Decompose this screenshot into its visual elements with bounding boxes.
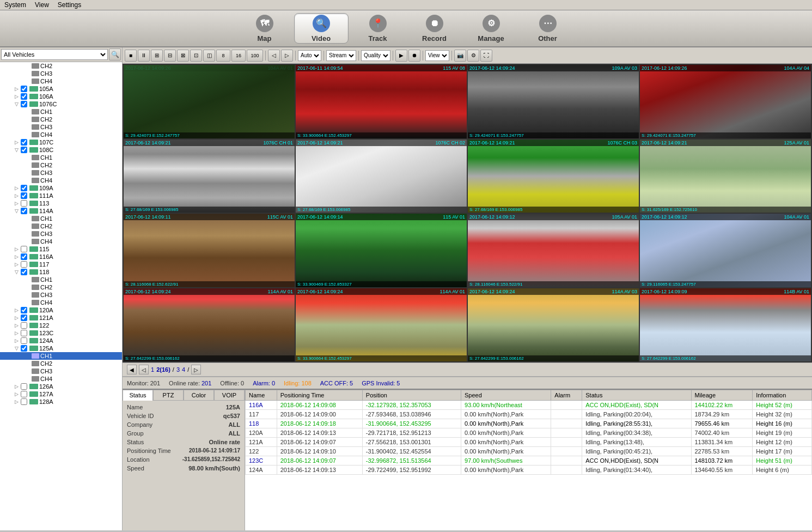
table-row[interactable]: 123C 2018-06-12 14:09:07 -32.996872, 151… — [246, 456, 812, 466]
page-prev-arrow[interactable]: ◁ — [139, 365, 149, 374]
tree-item-127a[interactable]: ▷ 127A — [0, 390, 122, 398]
tree-item-ch1-108[interactable]: CH1 — [0, 154, 122, 161]
expand-icon[interactable]: ▷ — [13, 253, 20, 260]
expand-icon[interactable]: ▷ — [13, 246, 20, 252]
expand-icon[interactable]: ▷ — [13, 93, 20, 100]
expand-icon[interactable]: ▷ — [13, 261, 20, 268]
tree-item-ch1-114[interactable]: CH1 — [0, 215, 122, 222]
tree-item-124a[interactable]: ▷ 124A — [0, 337, 122, 344]
tb-next-button[interactable]: ▷ — [281, 50, 293, 62]
tree-item-111a[interactable]: ▷ 111A — [0, 192, 122, 200]
tree-item-ch4-top[interactable]: CH4 — [0, 77, 122, 85]
tree-item-ch2-108[interactable]: CH2 — [0, 161, 122, 169]
vehicle-checkbox-128a[interactable] — [21, 398, 27, 405]
vehicle-checkbox-125a[interactable] — [21, 345, 27, 352]
vehicle-checkbox-105a[interactable] — [21, 86, 27, 92]
tb-stop-button[interactable]: ■ — [125, 50, 137, 62]
expand-icon[interactable]: ▽ — [13, 269, 20, 275]
video-cell-11[interactable]: 2017-06-12 14:09:12 105A AV 01 S: 28.116… — [468, 214, 639, 287]
tree-item-ch2-1076[interactable]: CH2 — [0, 116, 122, 123]
table-row[interactable]: 124A 2018-06-12 14:09:13 -29.722499, 152… — [246, 466, 812, 475]
tb-prev-button[interactable]: ◁ — [268, 50, 280, 62]
expand-icon[interactable]: ▽ — [13, 147, 20, 153]
tb-grid3-button[interactable]: ⊠ — [177, 50, 189, 62]
tree-item-ch3-108[interactable]: CH3 — [0, 169, 122, 177]
tree-item-ch4-1076[interactable]: CH4 — [0, 131, 122, 138]
tb-record-button[interactable]: ⏺ — [408, 50, 420, 62]
nav-record-button[interactable]: ⏺ Record — [407, 13, 462, 44]
expand-icon[interactable]: ▽ — [13, 208, 20, 214]
expand-icon[interactable]: ▷ — [13, 322, 20, 329]
tree-item-ch4-108[interactable]: CH4 — [0, 177, 122, 184]
table-row[interactable]: 122 2018-06-12 14:09:10 -31.900402, 152.… — [246, 447, 812, 456]
video-cell-7[interactable]: 2017-06-12 14:09:21 1076C CH 03 S: 27.68… — [468, 140, 639, 213]
nav-map-button[interactable]: 🗺 Map — [237, 13, 292, 44]
table-row[interactable]: 116A 2018-06-12 14:09:08 -32.127928, 152… — [246, 401, 812, 410]
table-row[interactable]: 121A 2018-06-12 14:09:07 -27.556218, 153… — [246, 438, 812, 447]
tree-item-105a[interactable]: ▷ 105A — [0, 85, 122, 93]
vehicle-checkbox-118[interactable] — [21, 269, 27, 275]
vehicle-checkbox-126a[interactable] — [21, 383, 27, 390]
tree-item-125a[interactable]: ▽ 125A — [0, 344, 122, 352]
table-row[interactable]: 117 2018-06-12 14:09:00 -27.593468, 153.… — [246, 410, 812, 419]
vehicle-checkbox-1076c[interactable] — [21, 101, 27, 107]
tree-item-123c[interactable]: ▷ 123C — [0, 329, 122, 337]
tab-voip[interactable]: VOIP — [214, 390, 245, 401]
table-row[interactable]: 120A 2018-06-12 14:09:13 -29.721718, 152… — [246, 428, 812, 438]
tree-item-117[interactable]: ▷ 117 — [0, 261, 122, 268]
tree-item-ch3-125[interactable]: CH3 — [0, 367, 122, 375]
video-cell-3[interactable]: 2017-06-12 14:09:24 109A AV 03 S: 29.424… — [468, 65, 639, 138]
menu-system[interactable]: System — [4, 1, 26, 9]
tree-item-ch2-top[interactable]: CH2 — [0, 62, 122, 70]
vehicle-checkbox-122[interactable] — [21, 322, 27, 329]
tree-item-ch1-118[interactable]: CH1 — [0, 276, 122, 283]
tb-grid1-button[interactable]: ⊞ — [151, 50, 163, 62]
tree-item-126a[interactable]: ▷ 126A — [0, 383, 122, 390]
tree-item-118[interactable]: ▽ 118 — [0, 268, 122, 276]
vehicle-checkbox-124a[interactable] — [21, 337, 27, 344]
tb-stream-select[interactable]: Stream — [326, 50, 356, 61]
expand-icon[interactable]: ▷ — [13, 383, 20, 390]
video-cell-14[interactable]: 2017-06-12 14:09:24 114A AV 01 S: 33.900… — [296, 288, 467, 362]
expand-icon[interactable]: ▷ — [13, 330, 20, 336]
vehicle-checkbox-114a[interactable] — [21, 208, 27, 214]
page-4[interactable]: 4 — [182, 366, 185, 373]
tb-play-button[interactable]: ▶ — [395, 50, 407, 62]
tab-ptz[interactable]: PTZ — [153, 390, 184, 401]
expand-icon[interactable]: ▷ — [13, 398, 20, 405]
sidebar-vehicle-select[interactable]: All Vehicles — [1, 49, 108, 60]
tree-item-1076c[interactable]: ▽ 1076C — [0, 100, 122, 108]
tree-item-113[interactable]: ▷ 113 — [0, 200, 122, 207]
tree-item-ch3-114[interactable]: CH3 — [0, 230, 122, 238]
tb-layout-select[interactable]: Auto — [298, 50, 321, 61]
sidebar-search-button[interactable]: 🔍 — [109, 49, 121, 61]
tree-item-ch1-125[interactable]: CH1 — [0, 352, 122, 360]
tree-item-122[interactable]: ▷ 122 — [0, 322, 122, 329]
tree-item-ch3-1076[interactable]: CH3 — [0, 123, 122, 131]
tb-grid2-button[interactable]: ⊟ — [164, 50, 176, 62]
tree-item-ch1-1076[interactable]: CH1 — [0, 108, 122, 116]
expand-icon[interactable]: ▷ — [13, 337, 20, 344]
tree-item-107c[interactable]: ▷ 107C — [0, 138, 122, 146]
tb-grid4-button[interactable]: ⊡ — [190, 50, 202, 62]
expand-icon[interactable]: ▷ — [13, 200, 20, 207]
page-3[interactable]: 3 — [176, 366, 180, 373]
sidebar-tree[interactable]: CH2 CH3 CH4 ▷ 105A ▷ 106A — [0, 62, 122, 530]
tree-item-108c[interactable]: ▽ 108C — [0, 146, 122, 154]
vehicle-checkbox-115[interactable] — [21, 246, 27, 252]
vehicle-checkbox-106a[interactable] — [21, 93, 27, 100]
page-next-arrow[interactable]: ▷ — [191, 365, 201, 374]
nav-track-button[interactable]: 📍 Track — [351, 13, 405, 44]
tb-fullscreen-button[interactable]: ⛶ — [480, 50, 492, 62]
tree-item-120a[interactable]: ▷ 120A — [0, 306, 122, 314]
tree-item-ch2-118[interactable]: CH2 — [0, 283, 122, 291]
video-cell-2[interactable]: 2017-06-11 14:09:54 115 AV 08 S: 33.9006… — [296, 65, 467, 138]
vehicle-checkbox-121a[interactable] — [21, 315, 27, 321]
tree-item-121a[interactable]: ▷ 121A — [0, 314, 122, 322]
page-prev-button[interactable]: ◀ — [127, 365, 137, 374]
video-cell-15[interactable]: 2017-06-12 14:09:24 114A AV 03 S: 27.642… — [468, 288, 639, 362]
tb-snapshot-button[interactable]: 📷 — [454, 50, 466, 62]
tb-quality-select[interactable]: Quality — [361, 50, 390, 61]
tree-item-ch2-125[interactable]: CH2 — [0, 360, 122, 367]
nav-manage-button[interactable]: ⚙ Manage — [464, 13, 518, 44]
